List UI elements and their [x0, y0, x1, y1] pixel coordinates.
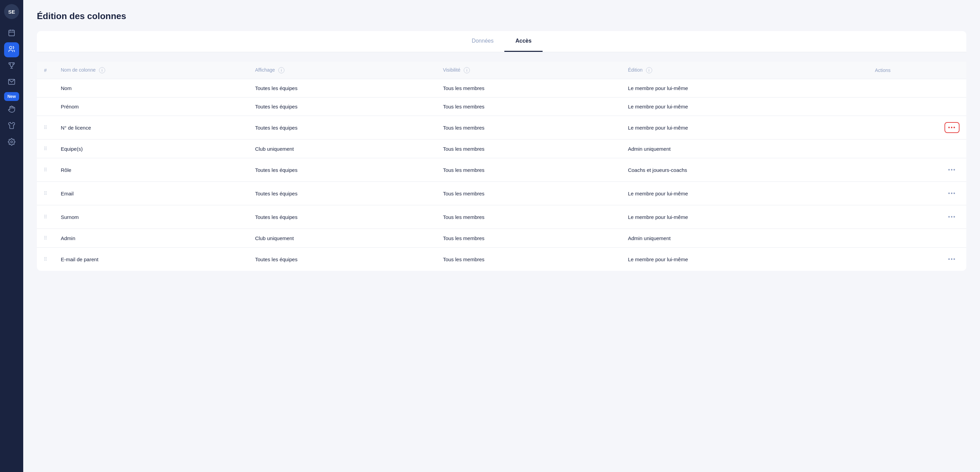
drag-handle[interactable]: ⠿: [44, 167, 47, 173]
edition-cell: Le membre pour lui-même: [621, 205, 868, 229]
sidebar-item-trophy[interactable]: [4, 59, 19, 74]
drag-handle[interactable]: ⠿: [44, 214, 47, 220]
col-affichage: Affichage i: [248, 62, 436, 79]
actions-cell: •••: [868, 116, 966, 139]
settings-icon: [8, 138, 15, 147]
table-row: ⠿SurnomToutes les équipesTous les membre…: [37, 205, 966, 229]
calendar-icon: [8, 29, 15, 38]
drag-handle[interactable]: ⠿: [44, 146, 47, 151]
visibility-cell: Tous les membres: [436, 158, 621, 182]
sidebar-item-settings[interactable]: [4, 135, 19, 150]
actions-cell: [868, 139, 966, 158]
col-name-cell: Nom: [54, 79, 248, 98]
drag-cell: ⠿: [37, 182, 54, 205]
display-cell: Toutes les équipes: [248, 98, 436, 116]
col-name-cell: Surnom: [54, 205, 248, 229]
display-cell: Club uniquement: [248, 139, 436, 158]
col-nom-de-colonne: Nom de colonne i: [54, 62, 248, 79]
drag-cell: ⠿: [37, 248, 54, 271]
table-header-row: # Nom de colonne i Affichage i Visibilit…: [37, 62, 966, 79]
tab-acces[interactable]: Accès: [504, 31, 542, 52]
edition-cell: Admin uniquement: [621, 139, 868, 158]
display-cell: Club uniquement: [248, 229, 436, 248]
edition-cell: Coachs et joueurs-coachs: [621, 158, 868, 182]
sidebar-item-mail[interactable]: [4, 75, 19, 90]
svg-point-6: [11, 141, 13, 143]
svg-point-4: [10, 46, 12, 48]
display-cell: Toutes les équipes: [248, 79, 436, 98]
col-name-cell: Prénom: [54, 98, 248, 116]
table-row: NomToutes les équipesTous les membresLe …: [37, 79, 966, 98]
col-edition-label: Édition: [628, 67, 643, 73]
visibility-cell: Tous les membres: [436, 98, 621, 116]
actions-cell: •••: [868, 182, 966, 205]
sidebar-item-shirt[interactable]: [4, 119, 19, 134]
people-icon: [8, 45, 15, 55]
col-name-cell: E-mail de parent: [54, 248, 248, 271]
table-row: ⠿Equipe(s)Club uniquementTous les membre…: [37, 139, 966, 158]
sidebar: SE New: [0, 0, 23, 472]
columns-table-section: # Nom de colonne i Affichage i Visibilit…: [37, 62, 966, 271]
new-badge[interactable]: New: [4, 92, 19, 101]
visibility-cell: Tous les membres: [436, 182, 621, 205]
tabs-container: Données Accès: [37, 31, 966, 52]
edition-cell: Le membre pour lui-même: [621, 98, 868, 116]
hand-icon: [8, 105, 15, 115]
sidebar-item-hand[interactable]: [4, 102, 19, 117]
tab-donnees[interactable]: Données: [461, 31, 504, 52]
col-nom-info-icon[interactable]: i: [99, 67, 105, 73]
display-cell: Toutes les équipes: [248, 158, 436, 182]
edition-cell: Le membre pour lui-même: [621, 248, 868, 271]
drag-cell: [37, 98, 54, 116]
actions-menu-button[interactable]: •••: [945, 122, 959, 133]
visibility-cell: Tous les membres: [436, 116, 621, 139]
actions-cell: [868, 229, 966, 248]
actions-cell: •••: [868, 205, 966, 229]
actions-cell: [868, 79, 966, 98]
shirt-icon: [8, 122, 15, 131]
svg-rect-0: [9, 30, 15, 36]
drag-handle[interactable]: ⠿: [44, 235, 47, 241]
col-name-cell: Equipe(s): [54, 139, 248, 158]
sidebar-item-people[interactable]: [4, 42, 19, 57]
table-body: NomToutes les équipesTous les membresLe …: [37, 79, 966, 271]
col-affichage-label: Affichage: [255, 67, 275, 73]
col-name-cell: Rôle: [54, 158, 248, 182]
table-row: ⠿EmailToutes les équipesTous les membres…: [37, 182, 966, 205]
new-badge-label: New: [8, 94, 16, 99]
actions-menu-button[interactable]: •••: [945, 211, 959, 222]
col-name-cell: N° de licence: [54, 116, 248, 139]
edition-cell: Admin uniquement: [621, 229, 868, 248]
edition-cell: Le membre pour lui-même: [621, 182, 868, 205]
sidebar-item-calendar[interactable]: [4, 26, 19, 41]
actions-menu-button[interactable]: •••: [945, 188, 959, 199]
col-visibilite: Visibilité i: [436, 62, 621, 79]
actions-menu-button[interactable]: •••: [945, 165, 959, 175]
col-affichage-info-icon[interactable]: i: [278, 67, 285, 73]
drag-cell: ⠿: [37, 229, 54, 248]
col-visibilite-info-icon[interactable]: i: [464, 67, 470, 73]
main-content: Édition des colonnes Données Accès # Nom…: [23, 0, 980, 472]
actions-menu-button[interactable]: •••: [945, 254, 959, 265]
drag-handle[interactable]: ⠿: [44, 191, 47, 196]
visibility-cell: Tous les membres: [436, 229, 621, 248]
visibility-cell: Tous les membres: [436, 139, 621, 158]
col-edition-info-icon[interactable]: i: [646, 67, 652, 73]
visibility-cell: Tous les membres: [436, 79, 621, 98]
display-cell: Toutes les équipes: [248, 116, 436, 139]
drag-handle[interactable]: ⠿: [44, 257, 47, 262]
display-cell: Toutes les équipes: [248, 248, 436, 271]
edition-cell: Le membre pour lui-même: [621, 79, 868, 98]
drag-cell: [37, 79, 54, 98]
table-row: ⠿E-mail de parentToutes les équipesTous …: [37, 248, 966, 271]
mail-icon: [8, 78, 15, 87]
page-title: Édition des colonnes: [37, 11, 966, 22]
drag-handle[interactable]: ⠿: [44, 125, 47, 130]
actions-cell: •••: [868, 158, 966, 182]
columns-table: # Nom de colonne i Affichage i Visibilit…: [37, 62, 966, 271]
sidebar-logo[interactable]: SE: [4, 4, 19, 19]
display-cell: Toutes les équipes: [248, 182, 436, 205]
visibility-cell: Tous les membres: [436, 248, 621, 271]
visibility-cell: Tous les membres: [436, 205, 621, 229]
col-hash: #: [37, 62, 54, 79]
